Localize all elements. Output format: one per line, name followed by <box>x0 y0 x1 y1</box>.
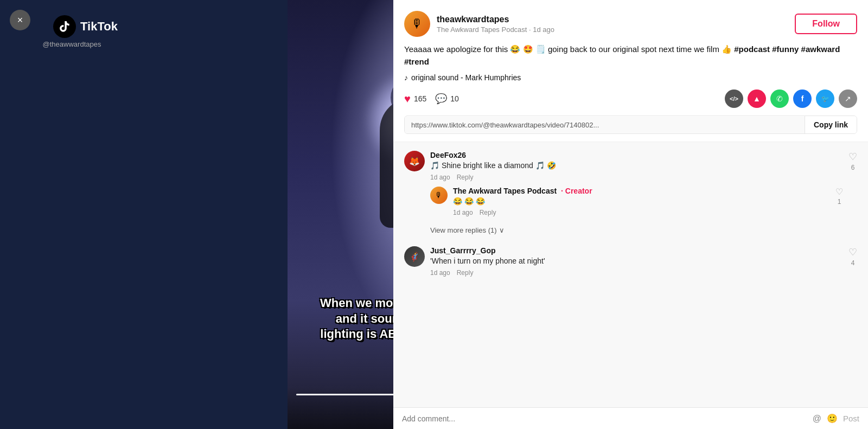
comment-reply-link[interactable]: Reply <box>457 174 474 181</box>
emoji-icon[interactable]: 🙂 <box>827 413 838 424</box>
left-panel: TikTok @theawwardtapes <box>0 0 144 429</box>
share-more-icon: ↗ <box>845 94 851 103</box>
tiktok-icon <box>53 15 76 38</box>
reply-body: The Awkward Tapes Podcast · Creator 😂 😂 … <box>453 187 830 217</box>
repost-icon: ▲ <box>753 94 761 103</box>
reply-heart-icon: ♡ <box>835 187 843 197</box>
comment-like-count: 6 <box>851 164 855 171</box>
comment-avatar[interactable]: 🦊 <box>404 151 425 171</box>
sound-info[interactable]: ♪ original sound - Mark Humphries <box>404 73 857 82</box>
tiktok-brand-name: TikTok <box>80 20 118 34</box>
post-caption: Yeaaaa we apologize for this 😂 🤩 🗒️ goin… <box>404 43 857 68</box>
like-button[interactable]: ♥ 165 <box>404 93 426 105</box>
creator-badge: · Creator <box>561 187 592 195</box>
author-subtitle: The Awkward Tapes Podcast · 1d ago <box>437 25 554 34</box>
gary-avatar-image: 🦸 <box>409 252 420 262</box>
gary-username[interactable]: Just_Garrrry_Gop <box>430 246 843 255</box>
twitter-share-button[interactable]: 🐦 <box>816 89 834 108</box>
copy-link-button[interactable]: Copy link <box>805 116 857 133</box>
view-more-text: View more replies (1) <box>430 226 497 234</box>
gary-heart-icon: ♡ <box>848 246 857 258</box>
comment-icon: 💬 <box>435 93 447 105</box>
reply-link[interactable]: Reply <box>480 209 496 216</box>
reply-like[interactable]: ♡ 1 <box>835 187 843 217</box>
add-comment-bar: @ 🙂 Post <box>393 407 868 429</box>
right-panel: 🎙 theawkwardtapes The Awkward Tapes Podc… <box>393 0 868 429</box>
gary-comment-text: 'When i turn on my phone at night' <box>430 256 843 267</box>
author-avatar[interactable]: 🎙 <box>404 11 430 37</box>
view-more-replies[interactable]: View more replies (1) ∨ <box>430 226 843 234</box>
embed-share-button[interactable]: </> <box>725 89 743 108</box>
reply-text: 😂 😂 😂 <box>453 196 830 207</box>
reply-time: 1d ago <box>453 209 473 216</box>
post-comment-button[interactable]: Post <box>843 414 859 423</box>
awkward-avatar-image: 🎙 <box>435 191 443 200</box>
comment-username[interactable]: DeeFox26 <box>430 151 843 159</box>
post-info: 🎙 theawkwardtapes The Awkward Tapes Podc… <box>393 0 868 142</box>
comment-text: 🎵 Shine bright like a diamond 🎵 🤣 <box>430 161 843 171</box>
chevron-down-replies-icon: ∨ <box>499 226 505 234</box>
close-button[interactable]: × <box>10 10 30 30</box>
reply-username[interactable]: The Awkward Tapes Podcast · Creator <box>453 187 830 195</box>
likes-count: 165 <box>414 94 426 103</box>
comment-body: DeeFox26 🎵 Shine bright like a diamond 🎵… <box>430 151 843 236</box>
facebook-icon: f <box>801 94 804 103</box>
comment-item: 🦸 Just_Garrrry_Gop 'When i turn on my ph… <box>404 246 857 277</box>
author-handle: @theawwardtapes <box>43 40 101 48</box>
heart-icon: ♥ <box>404 93 411 105</box>
close-icon: × <box>17 15 23 26</box>
comment-input[interactable] <box>402 414 807 423</box>
gary-like-count: 4 <box>851 259 855 267</box>
author-username[interactable]: theawkwardtapes <box>437 15 554 24</box>
comment-button[interactable]: 💬 10 <box>435 93 459 105</box>
comment-item: 🦊 DeeFox26 🎵 Shine bright like a diamond… <box>404 151 857 236</box>
gary-comment-meta: 1d ago Reply <box>430 269 843 277</box>
repost-share-button[interactable]: ▲ <box>748 89 766 108</box>
link-url-text: https://www.tiktok.com/@theawkwardtapes/… <box>405 117 805 133</box>
gary-reply-link[interactable]: Reply <box>457 269 474 277</box>
gary-like[interactable]: ♡ 4 <box>848 246 857 277</box>
comment-heart-icon: ♡ <box>848 151 857 163</box>
author-row: 🎙 theawkwardtapes The Awkward Tapes Podc… <box>404 11 857 37</box>
tiktok-logo-area: TikTok <box>53 15 118 38</box>
gary-time: 1d ago <box>430 269 450 277</box>
whatsapp-share-button[interactable]: ✆ <box>770 89 789 108</box>
twitter-icon: 🐦 <box>821 95 829 103</box>
comment-time: 1d ago <box>430 174 450 181</box>
reply-like-count: 1 <box>838 198 841 206</box>
embed-icon: </> <box>730 95 738 102</box>
at-icon[interactable]: @ <box>813 414 821 424</box>
author-info: 🎙 theawkwardtapes The Awkward Tapes Podc… <box>404 11 554 37</box>
share-icons: </> ▲ ✆ f 🐦 ↗ <box>725 89 857 108</box>
more-share-button[interactable]: ↗ <box>839 89 857 108</box>
link-row: https://www.tiktok.com/@theawkwardtapes/… <box>404 116 857 134</box>
comments-count: 10 <box>450 94 459 103</box>
comment-like[interactable]: ♡ 6 <box>848 151 857 236</box>
gary-avatar[interactable]: 🦸 <box>404 246 425 267</box>
reply-avatar[interactable]: 🎙 <box>430 187 448 204</box>
comment-meta: 1d ago Reply <box>430 174 843 181</box>
facebook-share-button[interactable]: f <box>793 89 812 108</box>
gary-comment-body: Just_Garrrry_Gop 'When i turn on my phon… <box>430 246 843 277</box>
reply-meta: 1d ago Reply <box>453 209 830 216</box>
actions-row: ♥ 165 💬 10 </> ▲ ✆ f <box>404 89 857 116</box>
comment-reply-item: 🎙 The Awkward Tapes Podcast · Creator 😂 … <box>430 187 843 217</box>
music-icon: ♪ <box>404 73 408 82</box>
follow-button[interactable]: Follow <box>795 14 857 34</box>
deefox-avatar-image: 🦊 <box>409 156 420 167</box>
whatsapp-icon: ✆ <box>776 94 783 103</box>
comments-section[interactable]: 🦊 DeeFox26 🎵 Shine bright like a diamond… <box>393 142 868 407</box>
